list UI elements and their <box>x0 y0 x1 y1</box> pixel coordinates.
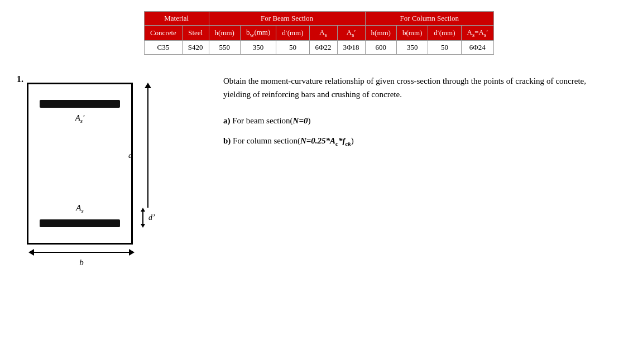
right-section: Obtain the moment-curvature relationship… <box>207 71 586 153</box>
d-prime-arrow-up <box>141 208 145 212</box>
As-prime-b-value: 3Φ18 <box>337 40 365 54</box>
part-a-text: For beam section(N=0) <box>232 116 310 125</box>
h-beam-value: 550 <box>209 40 240 54</box>
steel-value: S420 <box>182 40 209 54</box>
d-arrow-up <box>145 83 151 88</box>
As-col-value: 6Φ24 <box>461 40 494 54</box>
beam-and-darrow: As′ As d <box>27 71 155 245</box>
as-prime-label: As′ <box>75 113 85 124</box>
left-section: 1. As′ As <box>17 71 207 267</box>
as-label: As <box>76 203 83 214</box>
d-prime-col-subheader: d′(mm) <box>428 26 461 41</box>
As-eq-col-subheader: As=As′ <box>461 26 494 41</box>
d-prime-beam-subheader: d′(mm) <box>276 26 309 41</box>
top-steel-bar <box>40 100 120 108</box>
d-prime-arrows <box>141 208 145 228</box>
bw-mm-subheader: bw(mm) <box>240 26 276 41</box>
d-prime-b-value: 50 <box>276 40 309 54</box>
properties-table: Material For Beam Section For Column Sec… <box>144 11 494 55</box>
b-col-value: 350 <box>396 40 428 54</box>
material-header: Material <box>144 12 209 26</box>
steel-subheader: Steel <box>182 26 209 41</box>
beam-cross-section: As′ As <box>27 83 133 245</box>
b-mm-col-subheader: b(mm) <box>396 26 428 41</box>
d-prime-label: d’ <box>148 213 155 222</box>
beam-section-header: For Beam Section <box>209 12 365 26</box>
As-b-value: 6Φ22 <box>309 40 337 54</box>
d-label: d <box>128 150 133 160</box>
part-b-text: For column section(N=0.25*Ac*fck) <box>233 136 354 145</box>
problem-number: 1. <box>17 74 23 84</box>
problem-text: Obtain the moment-curvature relationship… <box>223 74 586 101</box>
bottom-steel-bar <box>40 219 120 227</box>
main-content: 1. As′ As <box>11 71 627 267</box>
sub-question-b: b) For column section(N=0.25*Ac*fck) <box>223 132 586 150</box>
As-prime-beam-subheader: As′ <box>337 26 365 41</box>
d-prime-arrow-down <box>141 224 145 228</box>
d-prime-row: d’ <box>141 208 155 228</box>
part-b-label: b) <box>223 136 231 145</box>
b-label: b <box>79 258 84 267</box>
h-mm-beam-subheader: h(mm) <box>209 26 240 41</box>
h-mm-col-subheader: h(mm) <box>365 26 396 41</box>
d-prime-bracket: d’ <box>141 208 155 228</box>
bw-value: 350 <box>240 40 276 54</box>
concrete-subheader: Concrete <box>144 26 182 41</box>
sub-question-a: a) For beam section(N=0) <box>223 112 586 129</box>
d-prime-line <box>142 212 143 224</box>
b-arrow-wrapper <box>28 249 135 256</box>
d-prime-c-value: 50 <box>428 40 461 54</box>
b-arrow-line <box>34 252 129 253</box>
diagram-container: As′ As d <box>27 71 155 267</box>
h-col-value: 600 <box>365 40 396 54</box>
As-beam-subheader: As <box>309 26 337 41</box>
b-arrow-left <box>28 249 34 256</box>
b-arrow-right <box>129 249 135 256</box>
d-arrow-line <box>147 88 148 208</box>
column-section-header: For Column Section <box>365 12 494 26</box>
part-a-label: a) <box>223 116 231 125</box>
sub-questions: a) For beam section(N=0) b) For column s… <box>223 112 586 150</box>
concrete-value: C35 <box>144 40 182 54</box>
